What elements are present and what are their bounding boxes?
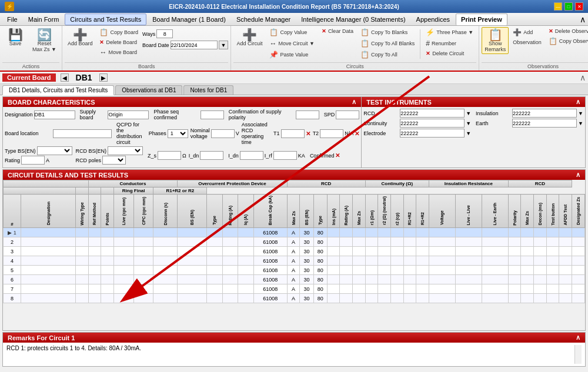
zs-input[interactable] — [158, 151, 181, 160]
current-board-collapse[interactable]: ∧ — [580, 73, 586, 82]
row-designation[interactable] — [21, 284, 76, 294]
row-bs-en-rcd[interactable]: 61008 — [253, 247, 287, 256]
row-wiring-type[interactable] — [75, 237, 88, 247]
idn-input[interactable] — [200, 151, 223, 160]
row-bs-en-rcd[interactable]: 61008 — [253, 266, 287, 275]
row-rating-a[interactable] — [222, 266, 238, 275]
row-live-cpc[interactable] — [113, 284, 133, 294]
row-cell-11[interactable] — [508, 284, 521, 294]
row-cell-13[interactable] — [534, 247, 547, 256]
test-instruments-collapse[interactable]: ∧ — [576, 98, 580, 106]
row-cell-13[interactable] — [534, 228, 547, 237]
row-cell-9[interactable] — [455, 266, 482, 275]
move-circuit-button[interactable]: ↔ Move Circuit ▼ — [266, 38, 317, 49]
row-cell-6[interactable] — [403, 228, 416, 237]
row-cell-2[interactable] — [353, 275, 366, 284]
row-cell-8[interactable] — [429, 294, 455, 303]
row-cell-3[interactable] — [365, 256, 378, 266]
save-button[interactable]: 💾 Save — [2, 27, 28, 48]
copy-to-all-blanks-button[interactable]: 📋 Copy To All Blanks — [358, 38, 417, 49]
row-cell-4[interactable] — [378, 284, 391, 294]
row-designation[interactable] — [21, 247, 76, 256]
row-cell-1[interactable] — [340, 256, 353, 266]
row-cell-15[interactable] — [559, 228, 572, 237]
row-cell-5[interactable] — [390, 294, 403, 303]
row-cell-14[interactable] — [546, 237, 559, 247]
row-cell-8[interactable] — [429, 266, 455, 275]
row-type-rcd[interactable]: A — [287, 266, 300, 275]
row-cell-10[interactable] — [482, 228, 508, 237]
row-cell-12[interactable] — [521, 294, 534, 303]
row-bs-en[interactable] — [178, 237, 207, 247]
board-nav-prev[interactable]: ◀ — [61, 73, 69, 82]
row-cell-16[interactable] — [572, 284, 585, 294]
row-iq[interactable] — [238, 294, 254, 303]
row-cpc[interactable] — [133, 275, 153, 284]
row-cell-0[interactable] — [327, 266, 340, 275]
row-ref-method[interactable] — [88, 237, 101, 247]
row-cell-3[interactable] — [365, 237, 378, 247]
three-phase-button[interactable]: ⚡ Three Phase ▼ — [423, 27, 476, 38]
row-cell-10[interactable] — [482, 266, 508, 275]
board-date-input[interactable] — [171, 41, 218, 49]
remarks-scrollbar[interactable] — [574, 345, 582, 364]
row-cell-11[interactable] — [508, 294, 521, 303]
row-cell-13[interactable] — [534, 266, 547, 275]
row-bs-en-rcd[interactable]: 61008 — [253, 228, 287, 237]
row-cell-7[interactable] — [416, 256, 429, 266]
t1-input[interactable] — [281, 129, 305, 138]
row-disconn[interactable] — [153, 294, 178, 303]
row-iq[interactable] — [238, 256, 254, 266]
row-wiring-type[interactable] — [75, 256, 88, 266]
row-type-ocp[interactable] — [207, 237, 223, 247]
row-type-rcd[interactable]: A — [287, 284, 300, 294]
row-designation[interactable] — [21, 228, 76, 237]
row-bs-en[interactable] — [178, 228, 207, 237]
row-cell-0[interactable] — [327, 247, 340, 256]
row-cell-10[interactable] — [482, 256, 508, 266]
row-cell-15[interactable] — [559, 237, 572, 247]
row-cell-14[interactable] — [546, 284, 559, 294]
row-cell-9[interactable] — [455, 284, 482, 294]
row-cell-14[interactable] — [546, 266, 559, 275]
row-number[interactable]: 7 — [4, 284, 21, 294]
row-cell-0[interactable] — [327, 275, 340, 284]
circuit-table-container[interactable]: Conductors Overcurrent Protection Device… — [3, 180, 585, 330]
row-ins-ma[interactable]: 30 — [300, 275, 313, 284]
row-type-rcd[interactable]: A — [287, 247, 300, 256]
row-type-rcd[interactable]: A — [287, 294, 300, 303]
row-number[interactable]: 2 — [4, 237, 21, 247]
row-type-rcd[interactable]: A — [287, 228, 300, 237]
row-cpc[interactable] — [133, 237, 153, 247]
row-ref-method[interactable] — [88, 256, 101, 266]
phase-seq-input[interactable] — [201, 110, 224, 119]
type-bsen-select[interactable] — [37, 146, 72, 155]
row-cell-12[interactable] — [521, 284, 534, 294]
row-cell-2[interactable] — [353, 256, 366, 266]
insulation-input[interactable] — [512, 109, 577, 118]
row-disconn[interactable] — [153, 275, 178, 284]
row-cell-10[interactable] — [482, 294, 508, 303]
row-rating-rcd[interactable]: 80 — [313, 284, 327, 294]
row-ins-ma[interactable]: 30 — [300, 266, 313, 275]
row-cell-5[interactable] — [390, 256, 403, 266]
tab-notes[interactable]: Notes for DB1 — [183, 85, 233, 95]
row-ins-ma[interactable]: 30 — [300, 284, 313, 294]
paste-value-button[interactable]: 📌 Paste Value — [266, 49, 317, 60]
row-cell-14[interactable] — [546, 228, 559, 237]
row-cell-5[interactable] — [390, 237, 403, 247]
delete-board-button[interactable]: ✕ Delete Board — [96, 38, 141, 46]
row-cell-9[interactable] — [455, 247, 482, 256]
row-bs-en[interactable] — [178, 266, 207, 275]
row-live-cpc[interactable] — [113, 256, 133, 266]
row-bs-en-rcd[interactable]: 61008 — [253, 284, 287, 294]
row-cell-4[interactable] — [378, 275, 391, 284]
row-cell-8[interactable] — [429, 247, 455, 256]
row-cpc[interactable] — [133, 228, 153, 237]
nominal-voltage-input[interactable] — [211, 129, 235, 138]
row-cell-8[interactable] — [429, 275, 455, 284]
electrode-input[interactable] — [400, 129, 465, 138]
row-bs-en[interactable] — [178, 247, 207, 256]
row-cell-1[interactable] — [340, 237, 353, 247]
row-cpc[interactable] — [133, 294, 153, 303]
